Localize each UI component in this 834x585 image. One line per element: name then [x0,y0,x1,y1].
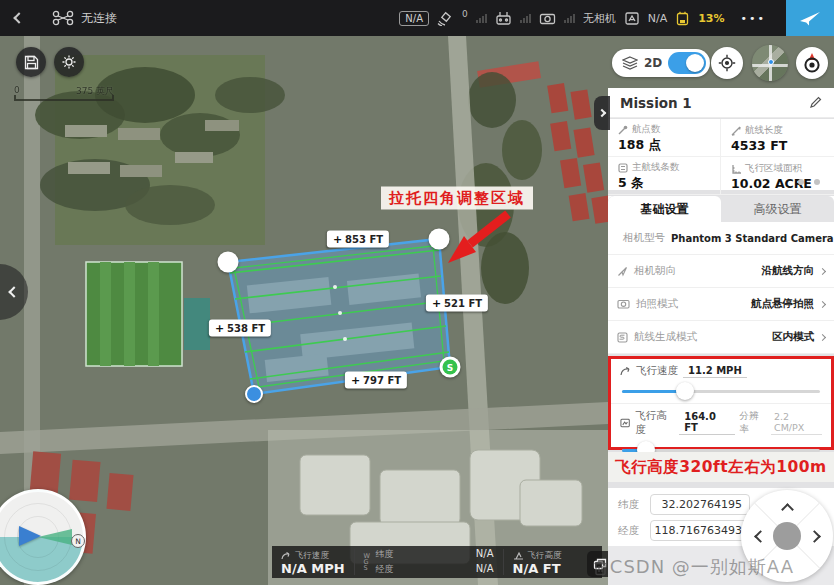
drone-icon [52,10,74,26]
tab-advanced-settings[interactable]: 高级设置 [721,196,834,222]
speed-setting-row: 飞行速度 11.2 MPH [611,359,831,400]
area-icon [731,164,741,174]
save-mission-button[interactable] [16,47,46,77]
minimap-button[interactable] [752,45,788,81]
gear-icon [61,54,77,70]
gps-mode-badge: N/A [399,11,429,26]
corner-handle-bottomleft[interactable] [245,385,263,403]
back-button[interactable] [0,0,38,36]
mission-area-polygon [228,239,450,394]
setting-route-mode[interactable]: 航线生成模式 区内模式 [608,321,834,354]
plus-icon: + [215,322,224,335]
route-length-icon [731,126,741,136]
speed-slider[interactable] [622,382,820,400]
camera-icon [539,12,556,25]
annotation-arrow [448,214,508,263]
speed-slider-thumb[interactable] [676,382,694,400]
nudge-up-button[interactable] [774,496,800,522]
mission-title: Mission 1 [620,95,692,111]
takeoff-button[interactable] [786,0,834,36]
aircraft-arrow-icon [19,526,41,546]
altitude-note-banner: 飞行高度320ft左右为100m [608,452,834,482]
camera-signal-bars [564,14,575,23]
more-menu-button[interactable]: ••• [733,12,774,25]
mission-stats: 航点数 188 点 航线长度 4533 FT 主航线条数 5 条 [608,119,834,190]
map-scale-bar: 0 375 英尺 [14,85,114,101]
corner-handle-topleft[interactable] [218,252,239,273]
top-status-bar: 无连接 N/A 0 [0,0,834,36]
start-point-marker[interactable]: S [440,357,461,378]
plus-icon: + [432,297,441,310]
telemetry-coords: WGS 纬度N/A 经度N/A [355,546,503,578]
measure-pill-top: + 853 FT [327,231,389,248]
settings-tabs: 基础设置 高级设置 [608,196,834,222]
setting-photo-mode[interactable]: 拍照模式 航点悬停拍照 [608,288,834,321]
telemetry-bar: 飞行速度 N/A MPH WGS 纬度N/A 经度N/A 飞行高度 N/A FT [272,546,602,578]
waypoint-icon [618,125,628,135]
stat-waypoints: 航点数 188 点 [608,119,721,157]
layers-icon [622,56,638,70]
connection-status: 无连接 [81,10,117,27]
minimap-location-dot [768,59,774,65]
plus-icon: + [333,233,342,246]
satellite-signal-bars [476,14,487,23]
map-settings-button[interactable] [54,47,84,77]
annotation-label: 拉托四角调整区域 [381,187,533,210]
flight-params-highlight-box: 飞行速度 11.2 MPH 飞行高度 164.0 FT 分辨率 2.2 CM/P… [608,356,834,450]
resolution-value: 2.2 CM/PX [771,411,822,435]
measure-pill-right: + 521 FT [426,295,488,312]
datum-label: WGS [364,553,372,571]
telemetry-speed: 飞行速度 N/A MPH [272,546,354,578]
flight-altitude-icon [620,418,630,428]
compass-reset-button[interactable] [796,47,828,79]
panel-collapse-button[interactable] [594,96,610,130]
route-lines-icon [618,163,628,173]
map-mode-label: 2D [644,56,662,70]
satellite-count: 0 [462,9,468,19]
stat-area: 飞行区域面积 10.02 ACRE [721,157,834,195]
longitude-input[interactable] [650,520,750,541]
setting-camera-model[interactable]: 相机型号 Phantom 3 Standard Camera [608,222,834,255]
save-icon [24,55,39,70]
app-window: 无连接 N/A 0 [0,0,834,585]
chevron-right-icon [819,300,826,307]
latitude-input[interactable] [650,494,750,515]
flight-mode-value: N/A [648,12,667,25]
speed-icon [281,551,291,560]
crosshair-icon [718,54,736,72]
chevron-right-icon [819,267,826,274]
nudge-right-button[interactable] [801,523,827,549]
stats-pagination-dots [798,179,820,185]
camera-status: 无相机 [583,11,616,26]
heading-wedge [38,529,72,545]
corner-handle-topright[interactable] [429,229,450,250]
map-mode-pill: 2D [612,49,710,77]
stat-route-length: 航线长度 4533 FT [721,119,834,157]
satellite-icon [437,11,454,26]
north-badge: N [71,534,85,548]
measure-pill-left: + 538 FT [209,320,271,337]
altitude-value[interactable]: 164.0 FT [679,411,734,435]
telemetry-altitude: 飞行高度 N/A FT [504,546,571,578]
flight-speed-icon [620,366,631,376]
pencil-icon [809,96,822,109]
latitude-label: 纬度 [618,498,644,512]
measure-pill-bottom: + 797 FT [345,372,407,389]
settings-card: 基础设置 高级设置 相机型号 Phantom 3 Standard Camera… [608,196,834,354]
setting-camera-heading[interactable]: 相机朝向 沿航线方向 [608,255,834,288]
tab-basic-settings[interactable]: 基础设置 [608,196,721,222]
nudge-center-button[interactable] [773,522,801,550]
flight-mode-icon [624,11,640,26]
speed-value[interactable]: 11.2 MPH [683,365,747,378]
edit-mission-button[interactable] [809,96,822,109]
battery-percent: 13% [698,12,724,25]
stat-main-lines: 主航线条数 5 条 [608,157,721,195]
photo-mode-icon [617,299,630,309]
chevron-left-icon [8,286,19,297]
battery-icon [675,11,690,26]
airplane-icon [799,9,821,27]
locate-me-button[interactable] [711,47,743,79]
2d-mode-toggle[interactable] [668,52,706,74]
plus-icon: + [351,374,360,387]
nudge-left-button[interactable] [747,523,773,549]
